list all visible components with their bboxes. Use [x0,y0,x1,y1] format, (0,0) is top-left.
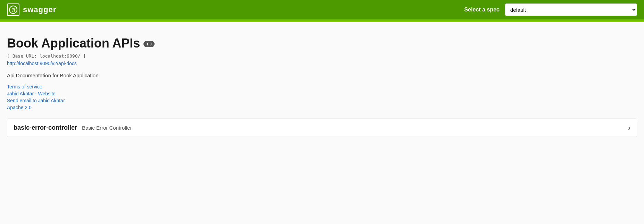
header-right: Select a spec default [464,3,637,16]
svg-text:{/}: {/} [11,8,15,12]
controller-section: basic-error-controller Basic Error Contr… [7,119,637,137]
terms-of-service-link[interactable]: Terms of service [7,84,637,89]
main-content: Book Application APIs 1.0 [ Base URL: lo… [0,22,644,224]
controller-description: Basic Error Controller [82,125,132,131]
api-title-row: Book Application APIs 1.0 [7,36,637,51]
brand-title: swagger [23,5,56,14]
api-description: Api Documentation for Book Application [7,72,637,78]
header-left: {/} swagger [7,3,56,16]
controller-name: basic-error-controller [14,124,77,131]
chevron-right-icon: › [628,124,630,132]
email-link[interactable]: Send email to Jahid Akhtar [7,98,637,103]
spec-select[interactable]: default [505,3,637,16]
select-spec-label: Select a spec [464,7,499,13]
controller-header[interactable]: basic-error-controller Basic Error Contr… [7,119,637,137]
info-links: Terms of service Jahid Akhtar - Website … [7,84,637,110]
swagger-logo: {/} [7,3,19,16]
controller-header-left: basic-error-controller Basic Error Contr… [14,124,132,131]
license-link[interactable]: Apache 2.0 [7,105,637,110]
base-url: [ Base URL: localhost:9090/ ] [7,53,637,59]
api-docs-link[interactable]: http://localhost:9090/v2/api-docs [7,61,637,66]
website-link[interactable]: Jahid Akhtar - Website [7,91,637,96]
version-badge: 1.0 [143,41,154,47]
api-title: Book Application APIs [7,36,140,51]
app-header: {/} swagger Select a spec default [0,0,644,21]
